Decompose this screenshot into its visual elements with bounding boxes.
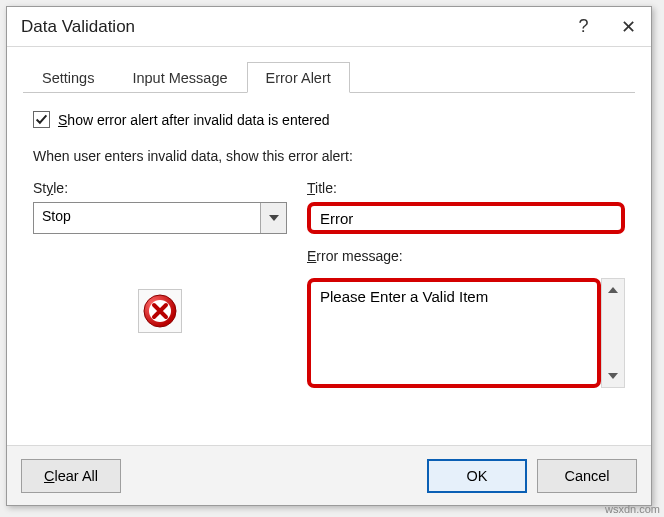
errmsg-label-text: rror message:	[316, 248, 402, 264]
errmsg-label-accel: E	[307, 248, 316, 264]
error-message-textarea[interactable]: Please Enter a Valid Item	[307, 278, 601, 388]
title-msg-column: Title: Error message: Please Enter a Val…	[307, 180, 625, 388]
ok-button[interactable]: OK	[427, 459, 527, 493]
data-validation-dialog: Data Validation ? ✕ Settings Input Messa…	[6, 6, 652, 506]
show-alert-text: how error alert after invalid data is en…	[67, 112, 329, 128]
clear-all-button[interactable]: Clear All	[21, 459, 121, 493]
title-input[interactable]	[307, 202, 625, 234]
style-preview	[33, 289, 287, 333]
error-message-label: Error message:	[307, 248, 625, 264]
title-label-text: itle:	[315, 180, 337, 196]
clear-all-text: lear All	[54, 468, 98, 484]
show-alert-label: Show error alert after invalid data is e…	[58, 112, 330, 128]
scroll-up-button[interactable]	[602, 279, 624, 301]
dialog-title: Data Validation	[21, 17, 135, 37]
style-label-pre: St	[33, 180, 46, 196]
error-circle-icon	[138, 289, 182, 333]
style-select-value: Stop	[34, 203, 260, 233]
cancel-button[interactable]: Cancel	[537, 459, 637, 493]
style-select[interactable]: Stop	[33, 202, 287, 234]
clear-all-accel: C	[44, 468, 54, 484]
error-message-wrap: Please Enter a Valid Item	[307, 278, 625, 388]
error-alert-panel: Show error alert after invalid data is e…	[23, 93, 635, 398]
tab-error-alert[interactable]: Error Alert	[247, 62, 350, 93]
caret-up-icon	[608, 287, 618, 293]
style-label: Style:	[33, 180, 287, 196]
tab-settings[interactable]: Settings	[23, 62, 113, 93]
form-row: Style: Stop	[33, 180, 625, 388]
button-bar: Clear All OK Cancel	[7, 445, 651, 505]
titlebar: Data Validation ? ✕	[7, 7, 651, 47]
close-button[interactable]: ✕	[606, 7, 651, 47]
show-alert-row: Show error alert after invalid data is e…	[33, 111, 625, 128]
checkmark-icon	[35, 113, 48, 126]
show-alert-checkbox[interactable]	[33, 111, 50, 128]
watermark: wsxdn.com	[605, 503, 660, 515]
tab-input-message[interactable]: Input Message	[113, 62, 246, 93]
title-label: Title:	[307, 180, 625, 196]
title-label-accel: T	[307, 180, 315, 196]
style-label-post: le:	[53, 180, 68, 196]
chevron-down-icon	[269, 215, 279, 221]
show-alert-accel: S	[58, 112, 67, 128]
help-button[interactable]: ?	[561, 7, 606, 47]
tab-strip: Settings Input Message Error Alert	[23, 59, 635, 93]
style-column: Style: Stop	[33, 180, 287, 333]
caret-down-icon	[608, 373, 618, 379]
textarea-scrollbar[interactable]	[601, 278, 625, 388]
scroll-down-button[interactable]	[602, 365, 624, 387]
dialog-content: Settings Input Message Error Alert Show …	[7, 47, 651, 445]
style-select-dropdown-button[interactable]	[260, 203, 286, 233]
instruction-text: When user enters invalid data, show this…	[33, 148, 625, 164]
